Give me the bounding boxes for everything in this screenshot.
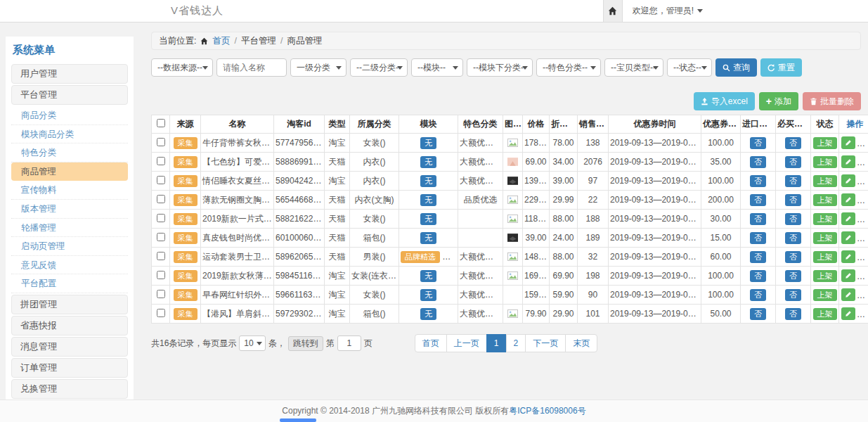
page-number-input[interactable] [337,335,361,351]
must-buy-badge[interactable]: 否 [785,156,801,168]
breadcrumb-home-link[interactable]: 首页 [212,32,230,49]
sidebar-item-carousel-management[interactable]: 轮播管理 [11,219,128,238]
home-button[interactable] [603,0,623,22]
import-select-badge[interactable]: 否 [750,194,766,206]
module-subcategory-select[interactable]: --模块下分类-- [467,58,533,77]
select-all-checkbox[interactable] [157,119,165,127]
status-badge[interactable]: 上架 [813,137,837,149]
sidebar-item-splash-management[interactable]: 启动页管理 [11,237,128,256]
row-checkbox[interactable] [157,252,165,260]
row-checkbox[interactable] [157,290,165,298]
must-buy-badge[interactable]: 否 [785,232,801,244]
edit-button[interactable] [841,250,855,263]
edit-button[interactable] [841,174,855,187]
import-select-badge[interactable]: 否 [750,137,766,149]
batch-delete-button[interactable]: 批量删除 [803,92,861,110]
pager-button[interactable]: 首页 [415,334,447,352]
import-select-badge[interactable]: 否 [750,270,766,282]
module-cell: 无 [399,191,458,210]
edit-button[interactable] [841,231,855,244]
sidebar-item-module-product-category[interactable]: 模块商品分类 [11,125,128,144]
level1-category-select[interactable]: 一级分类 [290,58,346,77]
per-page-select[interactable]: 10 [239,335,265,351]
edit-button[interactable] [841,269,855,282]
status-badge[interactable]: 上架 [813,156,837,168]
row-checkbox[interactable] [157,138,165,146]
pager-button[interactable]: 1 [486,334,507,352]
sidebar-item-feature-category[interactable]: 特色分类 [11,143,128,162]
status-badge[interactable]: 上架 [813,213,837,225]
sidebar-item-savings-news[interactable]: 省惠快报 [11,316,128,335]
status-badge[interactable]: 上架 [813,270,837,282]
reset-button[interactable]: 重置 [760,58,802,77]
sidebar-item-exchange-management[interactable]: 兑换管理 [11,379,128,399]
must-buy-badge[interactable]: 否 [785,270,801,282]
feature-category-select[interactable]: --特色分类-- [536,58,601,77]
row-checkbox[interactable] [157,233,165,241]
must-buy-badge[interactable]: 否 [785,251,801,263]
must-buy-badge[interactable]: 否 [785,289,801,301]
import-select-badge[interactable]: 否 [750,308,766,320]
sidebar-item-feedback[interactable]: 意见反馈 [11,256,128,275]
add-button[interactable]: + 添加 [759,92,798,110]
status-badge[interactable]: 上架 [813,194,837,206]
import-select-badge[interactable]: 否 [750,289,766,301]
status-badge[interactable]: 上架 [813,251,837,263]
import-select-badge[interactable]: 否 [750,251,766,263]
pager-button[interactable]: 2 [506,334,526,352]
icp-link[interactable]: 粤ICP备16098006号 [509,406,585,416]
pager-button[interactable]: 上一页 [446,334,487,352]
data-source-select[interactable]: --数据来源-- [151,58,213,77]
module-select[interactable]: --模块-- [411,58,463,77]
sidebar-item-platform-management[interactable]: 平台管理 [11,85,128,105]
sidebar-item-version-management[interactable]: 版本管理 [11,200,128,219]
status-badge[interactable]: 上架 [813,232,837,244]
breadcrumb-item-current: 商品管理 [287,32,322,49]
row-checkbox[interactable] [157,176,165,184]
sidebar-item-product-management[interactable]: 商品管理 [11,162,128,181]
sidebar-item-groupbuy-management[interactable]: 拼团管理 [11,295,128,314]
edit-button[interactable] [841,155,855,168]
item-type-select[interactable]: --宝贝类型-- [604,58,663,77]
sidebar-item-message-management[interactable]: 消息管理 [11,337,128,357]
edit-button[interactable] [841,307,855,320]
row-checkbox[interactable] [157,309,165,317]
status-badge[interactable]: 上架 [813,175,837,187]
edit-button[interactable] [841,136,855,149]
search-button[interactable]: 查询 [715,58,757,77]
jump-button[interactable]: 跳转到 [288,336,323,351]
pager-button[interactable]: 下一页 [525,334,566,352]
status-badge[interactable]: 上架 [813,289,837,301]
edit-button[interactable] [841,212,855,225]
must-buy-badge[interactable]: 否 [785,308,801,320]
sidebar-item-user-management[interactable]: 用户管理 [11,64,128,84]
import-select-badge[interactable]: 否 [750,213,766,225]
must-buy-badge[interactable]: 否 [785,194,801,206]
must-buy-badge[interactable]: 否 [785,175,801,187]
name-search-input[interactable] [216,58,287,77]
pager-button[interactable]: 末页 [565,334,597,352]
table-header-row: 来源名称淘客id类型所属分类模块特色分类图标价格折后价销售数量优惠券时间优惠券金… [152,115,868,134]
row-checkbox[interactable] [157,157,165,165]
edit-button[interactable] [841,193,855,206]
level2-category-select[interactable]: --二级分类-- [350,58,408,77]
status-select[interactable]: --状态-- [667,58,712,77]
horizontal-scrollbar-thumb[interactable] [280,418,316,422]
row-checkbox[interactable] [157,214,165,222]
user-menu[interactable]: 欢迎您，管理员! [633,5,703,17]
edit-button[interactable] [841,288,855,301]
import-select-badge[interactable]: 否 [750,175,766,187]
status-badge[interactable]: 上架 [813,308,837,320]
must-buy-badge[interactable]: 否 [785,213,801,225]
row-checkbox[interactable] [157,195,165,203]
sidebar-item-promo-material[interactable]: 宣传物料 [11,181,128,200]
sidebar-item-product-category[interactable]: 商品分类 [11,106,128,125]
import-excel-button[interactable]: 导入excel [694,92,755,110]
page-prefix: 第 [326,338,335,350]
import-select-badge[interactable]: 否 [750,232,766,244]
import-select-badge[interactable]: 否 [750,156,766,168]
sidebar-item-order-management[interactable]: 订单管理 [11,358,128,378]
row-checkbox[interactable] [157,271,165,279]
must-buy-badge[interactable]: 否 [785,137,801,149]
sidebar-item-platform-config[interactable]: 平台配置 [11,274,128,293]
